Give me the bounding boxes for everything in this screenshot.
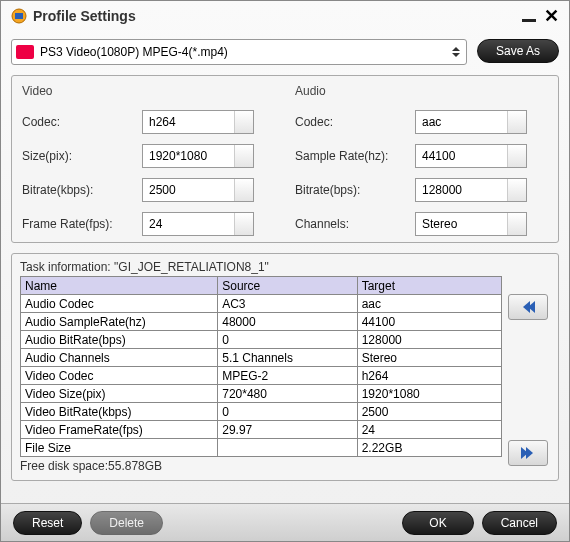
video-column: Video Codec: h264 Size(pix): 1920*1080 B… [22,84,275,236]
cell-name: Video BitRate(kbps) [21,403,218,421]
video-codec-label: Codec: [22,115,142,129]
forward-icon [523,447,533,459]
audio-column: Audio Codec: aac Sample Rate(hz): 44100 … [295,84,548,236]
table-row: Video BitRate(kbps)02500 [21,403,502,421]
cell-source: 29.97 [218,421,357,439]
audio-samplerate-label: Sample Rate(hz): [295,149,415,163]
cell-name: Audio SampleRate(hz) [21,313,218,331]
dialog-footer: Reset Delete OK Cancel [1,503,569,541]
cell-target: 128000 [357,331,501,349]
cell-source [218,439,357,457]
cell-target: Stereo [357,349,501,367]
cell-target: aac [357,295,501,313]
audio-codec-combo[interactable]: aac [415,110,527,134]
task-info-table: Name Source Target Audio CodecAC3aacAudi… [20,276,502,457]
video-framerate-label: Frame Rate(fps): [22,217,142,231]
delete-button[interactable]: Delete [90,511,163,535]
prev-task-button[interactable] [508,294,548,320]
table-row: Video Size(pix)720*4801920*1080 [21,385,502,403]
table-header-row: Name Source Target [21,277,502,295]
cell-name: Video Size(pix) [21,385,218,403]
svg-rect-1 [15,13,23,19]
settings-panel: Video Codec: h264 Size(pix): 1920*1080 B… [11,75,559,243]
audio-channels-label: Channels: [295,217,415,231]
cell-source: 5.1 Channels [218,349,357,367]
cell-target: h264 [357,367,501,385]
video-framerate-combo[interactable]: 24 [142,212,254,236]
rewind-icon [523,301,533,313]
format-icon [16,45,34,59]
task-panel: Task information: "GI_JOE_RETALIATION8_1… [11,253,559,481]
video-codec-combo[interactable]: h264 [142,110,254,134]
dialog-body: PS3 Video(1080P) MPEG-4(*.mp4) Save As V… [1,31,569,489]
cell-target: 1920*1080 [357,385,501,403]
cell-name: Video Codec [21,367,218,385]
video-bitrate-label: Bitrate(kbps): [22,183,142,197]
cell-source: AC3 [218,295,357,313]
table-row: Audio CodecAC3aac [21,295,502,313]
profile-select[interactable]: PS3 Video(1080P) MPEG-4(*.mp4) [11,39,467,65]
cell-target: 24 [357,421,501,439]
audio-samplerate-combo[interactable]: 44100 [415,144,527,168]
cell-source: 720*480 [218,385,357,403]
close-button[interactable]: ✕ [544,9,559,23]
table-row: Audio Channels5.1 ChannelsStereo [21,349,502,367]
table-row: Audio SampleRate(hz)4800044100 [21,313,502,331]
cell-name: File Size [21,439,218,457]
table-row: Video CodecMPEG-2h264 [21,367,502,385]
cell-name: Audio Codec [21,295,218,313]
cell-source: 48000 [218,313,357,331]
audio-codec-label: Codec: [295,115,415,129]
cell-source: MPEG-2 [218,367,357,385]
ok-button[interactable]: OK [402,511,473,535]
col-source: Source [218,277,357,295]
col-name: Name [21,277,218,295]
reset-button[interactable]: Reset [13,511,82,535]
audio-bitrate-combo[interactable]: 128000 [415,178,527,202]
cell-name: Audio Channels [21,349,218,367]
cell-source: 0 [218,331,357,349]
minimize-button[interactable] [522,19,536,22]
save-as-button[interactable]: Save As [477,39,559,63]
table-row: File Size2.22GB [21,439,502,457]
titlebar: Profile Settings ✕ [1,1,569,31]
profile-settings-dialog: Profile Settings ✕ PS3 Video(1080P) MPEG… [0,0,570,542]
dialog-title: Profile Settings [33,8,514,24]
cell-source: 0 [218,403,357,421]
profile-spin-buttons[interactable] [450,46,462,58]
cell-name: Video FrameRate(fps) [21,421,218,439]
audio-channels-combo[interactable]: Stereo [415,212,527,236]
profile-select-value: PS3 Video(1080P) MPEG-4(*.mp4) [40,45,228,59]
audio-section-title: Audio [295,84,548,98]
cell-target: 2500 [357,403,501,421]
task-info-title: Task information: "GI_JOE_RETALIATION8_1… [20,260,502,274]
cell-target: 2.22GB [357,439,501,457]
app-icon [11,8,27,24]
video-size-label: Size(pix): [22,149,142,163]
video-section-title: Video [22,84,275,98]
next-task-button[interactable] [508,440,548,466]
table-row: Audio BitRate(bps)0128000 [21,331,502,349]
cell-name: Audio BitRate(bps) [21,331,218,349]
video-size-combo[interactable]: 1920*1080 [142,144,254,168]
audio-bitrate-label: Bitrate(bps): [295,183,415,197]
free-disk-space: Free disk space:55.878GB [20,459,502,473]
col-target: Target [357,277,501,295]
video-bitrate-combo[interactable]: 2500 [142,178,254,202]
cancel-button[interactable]: Cancel [482,511,557,535]
cell-target: 44100 [357,313,501,331]
table-row: Video FrameRate(fps)29.9724 [21,421,502,439]
